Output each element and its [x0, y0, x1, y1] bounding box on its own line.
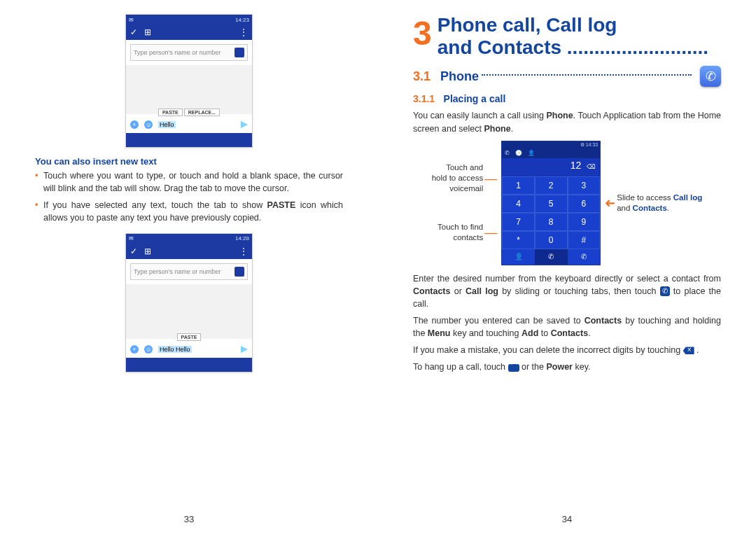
p1e: .	[511, 124, 513, 134]
key-8: 8	[535, 213, 568, 231]
p2d: Call log	[465, 286, 498, 296]
replace-button: REPLACE...	[184, 109, 220, 116]
check-icon-2: ✓	[130, 246, 137, 256]
msg-input-row-2: + ☺ Hello Hello	[130, 345, 248, 354]
manual-spread: ✉ 14:23 ✓ ⊞ ⋮ Type person's name or numb…	[0, 0, 756, 537]
call-icon: ✆	[660, 286, 670, 296]
chapter-title-line2: and Contacts	[438, 36, 561, 58]
bullet-1: Touch where you want to type, or touch a…	[35, 169, 343, 195]
chapter-title-line1: Phone call, Call log	[438, 14, 617, 36]
end-call-icon	[508, 364, 519, 372]
paste-replace-popup: PASTE REPLACE...	[126, 109, 252, 116]
send-icon	[241, 121, 248, 128]
subsection-number: 3.1.1	[413, 93, 435, 104]
section-3-1: 3.1 Phone ✆	[413, 66, 721, 87]
ar-e: .	[667, 204, 669, 212]
key-6: 6	[568, 195, 601, 213]
msg-body-2	[126, 284, 252, 339]
p3i: .	[588, 328, 590, 338]
emoji-icon-2: ☺	[144, 345, 153, 354]
subsection-title: Placing a call	[444, 93, 506, 104]
status-time-2: 14:28	[235, 235, 249, 242]
paste-button-2: PASTE	[177, 333, 202, 341]
arrow-icon: —	[484, 172, 497, 185]
paste-button: PASTE	[158, 109, 183, 116]
status-time: 14:23	[235, 17, 249, 23]
chapter-title: Phone call, Call log and Contacts ......…	[438, 14, 708, 59]
page-number-left: 33	[184, 514, 194, 524]
key-9: 9	[568, 213, 601, 231]
dialer-screenshot: ⚙ 14:33 ✆ 🕓 👤 12 ⌫ 123 456 789 *0#	[501, 141, 601, 265]
p5d: key.	[573, 362, 590, 372]
paste-popup-2: PASTE	[126, 333, 252, 341]
recipient-placeholder-2: Type person's name or number	[134, 268, 220, 275]
dialed-number: 12	[570, 160, 582, 171]
p1d: Phone	[484, 124, 510, 134]
annot-slide: Slide to access Call log and Contacts.	[617, 193, 702, 214]
p2c: or	[450, 286, 465, 296]
arrow-icon: ➜	[605, 197, 615, 209]
arrow-icon: —	[484, 226, 497, 239]
p1b: Phone	[546, 111, 573, 120]
key-4: 4	[502, 195, 535, 213]
p3d: Menu	[428, 328, 451, 338]
p3b: Contacts	[584, 316, 622, 326]
text-entered: Hello Hello	[158, 346, 192, 353]
section-title: Phone	[440, 69, 479, 84]
ar-b: Call log	[673, 193, 703, 202]
dialer-tab-icon: ✆	[505, 150, 510, 156]
section-dots	[482, 74, 692, 76]
key-1: 1	[502, 176, 535, 195]
dialer-call-icon: ✆	[535, 249, 568, 265]
phone-bottom-bar	[126, 133, 252, 147]
msg-screenshot-1: ✉ 14:23 ✓ ⊞ ⋮ Type person's name or numb…	[125, 14, 253, 148]
p4: If you make a mistake, you can delete th…	[413, 345, 683, 355]
dialer-status-bar: ⚙ 14:33	[502, 141, 600, 148]
dialer-figure: Touch andhold to accessvoicemail — Touch…	[413, 141, 721, 265]
p1a: You can easily launch a call using	[413, 111, 546, 120]
contacts-tab-icon: 👤	[528, 150, 535, 156]
recipient-input: Type person's name or number	[130, 44, 248, 61]
subsection-3-1-1: 3.1.1 Placing a call	[413, 92, 721, 105]
phone-status-bar: ✉ 14:23	[126, 15, 252, 25]
msg-screenshot-2: ✉ 14:28 ✓ ⊞ ⋮ Type person's name or numb…	[125, 233, 253, 372]
emoji-icon: ☺	[144, 120, 153, 129]
chapter-dots: ..........................	[567, 36, 708, 58]
insert-text-bullets: Touch where you want to type, or touch a…	[35, 169, 343, 225]
send-icon-2	[241, 346, 248, 353]
para-hangup: To hang up a call, touch or the Power ke…	[413, 361, 721, 373]
p3f: Add	[522, 328, 538, 338]
p2a: Enter the desired number from the keyboa…	[413, 274, 721, 284]
p3e: key and touching	[451, 328, 522, 338]
key-3: 3	[568, 176, 601, 195]
phone-status-bar-2: ✉ 14:28	[126, 234, 252, 244]
p5b: or the	[519, 362, 547, 372]
para-enter-number: Enter the desired number from the keyboa…	[413, 272, 721, 310]
overflow-icon-2: ⋮	[239, 246, 248, 256]
insert-text-heading: You can also insert new text	[35, 156, 343, 167]
phone-bottom-bar-2	[126, 358, 252, 372]
compose-icon: ⊞	[144, 27, 151, 37]
p5a: To hang up a call, touch	[413, 362, 508, 372]
dialer-call2-icon: ✆	[568, 249, 601, 265]
bullet-2: If you have selected any text, touch the…	[35, 199, 343, 224]
ar-c: and	[617, 204, 632, 212]
key-5: 5	[535, 195, 568, 213]
phone-app-icon: ✆	[700, 66, 721, 87]
status-left-icons-2: ✉	[129, 235, 134, 242]
backspace-icon	[683, 347, 694, 354]
dialer-keypad: 123 456 789 *0#	[502, 176, 600, 249]
dialer-bottom-row: 👤 ✆ ✆	[502, 249, 600, 265]
p2e: by sliding or touching tabs, then touch	[498, 286, 660, 296]
contact-picker-icon-2	[234, 267, 244, 277]
key-7: 7	[502, 213, 535, 231]
dialer-tabs: ✆ 🕓 👤	[502, 148, 600, 158]
contact-picker-icon	[234, 48, 244, 57]
annot-voicemail: Touch andhold to accessvoicemail	[432, 162, 484, 194]
p3g: to	[538, 328, 550, 338]
chapter-number: 3	[413, 14, 432, 53]
ar-a: Slide to access	[617, 193, 673, 202]
key-hash: #	[568, 231, 601, 249]
dialer-display: 12 ⌫	[502, 158, 600, 176]
page-number-right: 34	[562, 514, 572, 524]
